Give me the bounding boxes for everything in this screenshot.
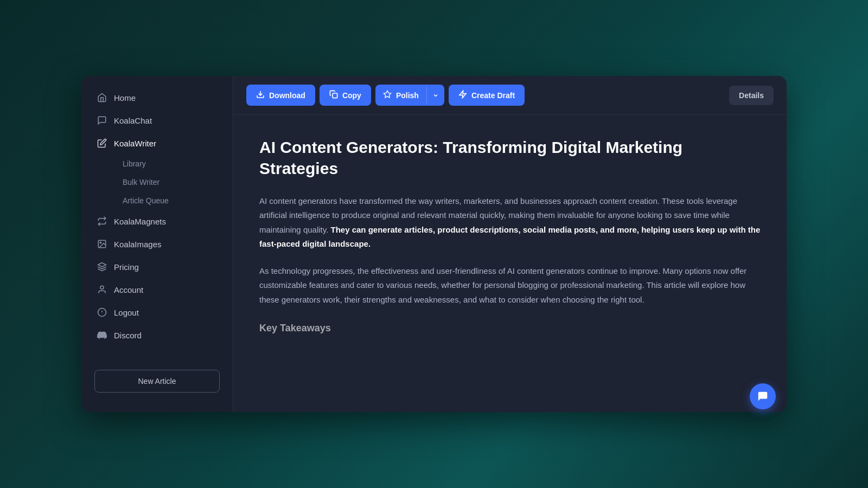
sidebar-item-home[interactable]: Home — [88, 87, 226, 108]
sidebar-item-article-queue[interactable]: Article Queue — [114, 192, 226, 209]
koalawriter-icon — [97, 138, 107, 149]
sidebar-label-koalachat: KoalaChat — [114, 116, 152, 125]
create-draft-label: Create Draft — [471, 91, 515, 100]
chat-fab-button[interactable] — [750, 383, 776, 409]
download-label: Download — [269, 91, 305, 100]
main-content: Download Copy — [233, 76, 787, 412]
article-section-title: Key Takeaways — [259, 320, 761, 337]
koalaimages-icon — [97, 239, 107, 249]
sidebar-label-koalamagnets: KoalaMagnets — [114, 217, 166, 226]
sidebar-nav: Home KoalaChat KoalaWriter — [81, 87, 233, 361]
home-icon — [97, 92, 107, 103]
koalachat-icon — [97, 115, 107, 126]
sidebar-item-logout[interactable]: Logout — [88, 301, 226, 323]
sidebar-item-koalamagnets[interactable]: KoalaMagnets — [88, 210, 226, 232]
svg-point-1 — [100, 242, 101, 243]
sidebar: Home KoalaChat KoalaWriter — [81, 76, 233, 412]
sidebar-label-discord: Discord — [114, 331, 142, 340]
sidebar-label-library: Library — [123, 159, 146, 168]
sidebar-item-account[interactable]: Account — [88, 279, 226, 300]
svg-rect-7 — [333, 93, 337, 98]
logout-icon — [97, 307, 107, 318]
copy-label: Copy — [342, 91, 361, 100]
download-button[interactable]: Download — [246, 85, 315, 106]
article-title: AI Content Generators: Transforming Digi… — [259, 137, 761, 179]
paragraph-1-bold: They can generate articles, product desc… — [259, 225, 760, 248]
sidebar-label-account: Account — [114, 285, 143, 294]
sidebar-item-library[interactable]: Library — [114, 155, 226, 172]
new-article-button[interactable]: New Article — [94, 370, 220, 393]
sidebar-label-home: Home — [114, 93, 136, 102]
copy-button[interactable]: Copy — [320, 85, 371, 106]
sidebar-label-pricing: Pricing — [114, 262, 139, 272]
details-button[interactable]: Details — [729, 86, 774, 105]
sidebar-label-koalawriter: KoalaWriter — [114, 139, 156, 148]
sidebar-subnav-koalawriter: Library Bulk Writer Article Queue — [88, 155, 226, 209]
polish-icon — [383, 90, 392, 100]
article-paragraph-1: AI content generators have transformed t… — [259, 194, 761, 251]
details-label: Details — [739, 91, 764, 100]
toolbar: Download Copy — [233, 76, 787, 115]
polish-label: Polish — [396, 91, 419, 100]
create-draft-button[interactable]: Create Draft — [449, 85, 525, 106]
polish-main[interactable]: Polish — [375, 85, 426, 106]
download-icon — [256, 90, 265, 100]
sidebar-item-koalaimages[interactable]: KoalaImages — [88, 233, 226, 255]
copy-icon — [329, 90, 338, 100]
account-icon — [97, 284, 107, 295]
sidebar-item-bulk-writer[interactable]: Bulk Writer — [114, 174, 226, 191]
polish-button[interactable]: Polish — [375, 85, 444, 106]
sidebar-label-bulk-writer: Bulk Writer — [123, 178, 159, 187]
article-content[interactable]: AI Content Generators: Transforming Digi… — [233, 115, 787, 412]
polish-dropdown-trigger[interactable] — [426, 87, 444, 104]
svg-point-2 — [100, 286, 104, 289]
create-draft-icon — [458, 90, 467, 100]
sidebar-item-koalachat[interactable]: KoalaChat — [88, 110, 226, 131]
svg-marker-8 — [384, 91, 391, 98]
pricing-icon — [97, 261, 107, 272]
sidebar-label-article-queue: Article Queue — [123, 196, 169, 205]
sidebar-label-koalaimages: KoalaImages — [114, 240, 162, 249]
article-paragraph-2: As technology progresses, the effectiven… — [259, 264, 761, 307]
koalamagnets-icon — [97, 216, 107, 227]
sidebar-footer: New Article — [81, 361, 233, 401]
sidebar-item-koalawriter[interactable]: KoalaWriter — [88, 132, 226, 154]
svg-marker-9 — [459, 91, 466, 98]
sidebar-item-discord[interactable]: Discord — [88, 324, 226, 346]
discord-icon — [97, 330, 107, 341]
sidebar-label-logout: Logout — [114, 308, 139, 317]
sidebar-item-pricing[interactable]: Pricing — [88, 256, 226, 278]
